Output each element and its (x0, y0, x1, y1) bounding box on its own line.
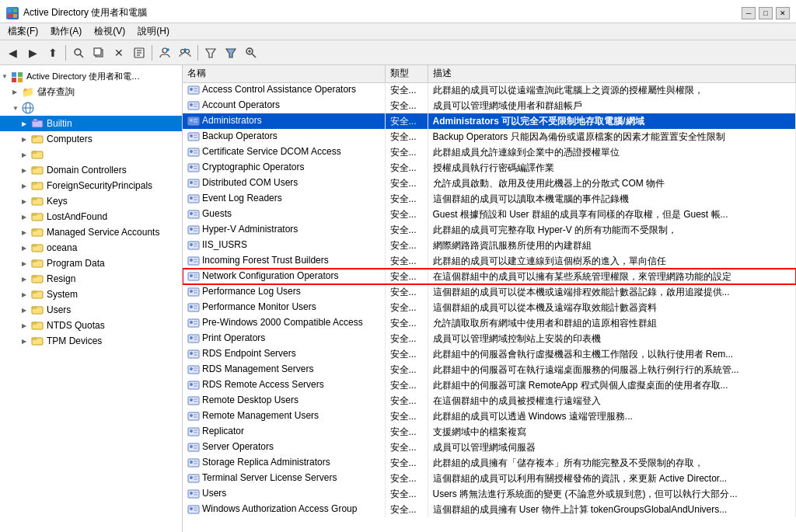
menu-action[interactable]: 動作(A) (46, 24, 86, 39)
sidebar-item-foreign[interactable]: ▶ ForeignSecurityPrincipals (0, 178, 182, 193)
cell-name-text: Replicator (202, 426, 244, 436)
table-row[interactable]: Access Control Assistance Operators安全...… (183, 82, 796, 98)
table-row[interactable]: Storage Replica Administrators安全...此群組的成… (183, 455, 796, 471)
svg-rect-70 (188, 117, 199, 125)
table-row[interactable]: Terminal Server License Servers安全...這個群組… (183, 471, 796, 486)
sidebar-item-system[interactable]: ▶ System (0, 287, 182, 302)
maximize-button[interactable]: □ (759, 7, 773, 19)
svg-rect-61 (32, 338, 37, 339)
toolbar-delete[interactable]: ✕ (110, 43, 128, 62)
svg-rect-49 (32, 245, 37, 246)
toolbar-new-group[interactable] (176, 43, 194, 62)
col-name[interactable]: 名稱 (183, 65, 385, 82)
cell-name: Cryptographic Operators (183, 160, 385, 176)
cell-name-text: Access Control Assistance Operators (202, 84, 356, 95)
svg-point-115 (190, 290, 193, 293)
sidebar-item-keys[interactable]: ▶ Keys (0, 193, 182, 209)
table-row[interactable]: Guests安全...Guest 根據預設和 User 群組的成員享有同樣的存取… (183, 207, 796, 222)
sidebar-item-builtin[interactable]: ▶ Builtin (0, 116, 182, 131)
toolbar-copy[interactable] (89, 43, 108, 62)
sidebar-item-oceana[interactable]: ▶ oceana (0, 240, 182, 256)
table-row[interactable]: Users安全...Users 將無法進行系統面的變更 (不論意外或規到意)，但… (183, 486, 796, 502)
cell-desc: 允許成員啟動、啟用及使用此機器上的分散式 COM 物件 (428, 176, 796, 191)
expand-icon: ▼ (12, 105, 22, 112)
cell-name-text: IIS_IUSRS (202, 239, 247, 250)
sidebar-item-root[interactable]: ▼ Active Directory 使用者和電腦 [dc1.di (0, 68, 182, 84)
table-row[interactable]: Distributed COM Users安全...允許成員啟動、啟用及使用此機… (183, 176, 796, 191)
toolbar-back[interactable]: ◀ (3, 43, 22, 62)
close-button[interactable]: ✕ (776, 7, 790, 19)
toolbar-properties[interactable] (130, 43, 148, 62)
toolbar-filter2[interactable] (222, 43, 240, 62)
svg-rect-59 (32, 322, 37, 324)
sidebar-item-saved-queries[interactable]: ▶ 📁 儲存查詢 (0, 84, 182, 100)
sidebar-item-computers[interactable]: ▶ Computers (0, 131, 182, 147)
toolbar-filter[interactable] (201, 43, 220, 62)
sidebar-item-resign[interactable]: ▶ Resign (0, 271, 182, 287)
table-row[interactable]: Administrators安全...Administrators 可以完全不受… (183, 113, 796, 129)
table-row[interactable]: Windows Authorization Access Group安全...這… (183, 502, 796, 517)
table-row[interactable]: Server Operators安全...成員可以管理網域伺服器 (183, 440, 796, 455)
cell-name: Print Operators (183, 331, 385, 346)
sidebar-item-lostfound[interactable]: ▶ LostAndFound (0, 209, 182, 224)
table-row[interactable]: Backup Operators安全...Backup Operators 只能… (183, 129, 796, 144)
sidebar-item-tpm[interactable]: ▶ TPM Devices (0, 333, 182, 349)
sidebar-root-label: Active Directory 使用者和電腦 [dc1.di (26, 71, 147, 82)
sidebar-item-ntds[interactable]: ▶ NTDS Quotas (0, 318, 182, 333)
svg-rect-90 (188, 195, 199, 203)
cell-name: Account Operators (183, 98, 385, 113)
toolbar-search[interactable] (69, 43, 88, 62)
cell-name-text: Performance Log Users (202, 286, 301, 297)
cell-name: Incoming Forest Trust Builders (183, 253, 385, 269)
table-row[interactable]: Performance Monitor Users安全...這個群組的成員可以從… (183, 300, 796, 315)
cell-name: Event Log Readers (183, 191, 385, 207)
svg-point-79 (190, 150, 193, 153)
table-row[interactable]: Remote Desktop Users安全...在這個群組中的成員被授權進行遠… (183, 393, 796, 409)
table-row[interactable]: Account Operators安全...成員可以管理網域使用者和群組帳戶 (183, 98, 796, 113)
table-row[interactable]: RDS Management Servers安全...此群組中的伺服器可在執行遠… (183, 362, 796, 377)
table-row[interactable]: Incoming Forest Trust Builders安全...此群組的成… (183, 253, 796, 269)
menu-view[interactable]: 檢視(V) (89, 24, 130, 39)
table-body: Access Control Assistance Operators安全...… (183, 82, 796, 517)
table-row[interactable]: Hyper-V Administrators安全...此群組的成員可完整存取 H… (183, 222, 796, 238)
sidebar-item-domain[interactable]: ▼ (0, 100, 182, 116)
menu-help[interactable]: 說明(H) (133, 24, 174, 39)
sidebar-item-blank1[interactable]: ▶ (0, 147, 182, 162)
col-desc[interactable]: 描述 (428, 65, 796, 82)
minimize-button[interactable]: ─ (742, 7, 756, 19)
toolbar-find[interactable] (242, 43, 260, 62)
table-row[interactable]: RDS Remote Access Servers安全...此群組中的伺服器可讓… (183, 377, 796, 393)
col-type[interactable]: 類型 (385, 65, 428, 82)
table-row[interactable]: RDS Endpoint Servers安全...此群組中的伺服器會執行虛擬機器… (183, 346, 796, 362)
expand-icon: ▶ (22, 307, 31, 314)
menu-file[interactable]: 檔案(F) (3, 24, 43, 39)
cell-desc: 成員可以管理網域使用者和群組帳戶 (428, 98, 796, 113)
cell-type: 安全... (385, 191, 428, 207)
svg-rect-43 (32, 198, 37, 200)
toolbar-forward[interactable]: ▶ (23, 43, 42, 62)
table-row[interactable]: Network Configuration Operators安全...在這個群… (183, 269, 796, 284)
table-row[interactable]: Print Operators安全...成員可以管理網域控制站上安裝的印表機 (183, 331, 796, 346)
table-row[interactable]: Replicator安全...支援網域中的檔案複寫 (183, 424, 796, 440)
toolbar-up[interactable]: ⬆ (44, 43, 62, 62)
folder-icon (31, 133, 44, 145)
table-row[interactable]: Cryptographic Operators安全...授權成員執行行密碼編譯作… (183, 160, 796, 176)
svg-point-107 (190, 259, 193, 262)
table-header-row: 名稱 類型 描述 (183, 65, 796, 82)
sidebar-item-domain-controllers[interactable]: ▶ Domain Controllers (0, 162, 182, 178)
sidebar-item-managed[interactable]: ▶ Managed Service Accounts (0, 224, 182, 240)
svg-rect-114 (188, 288, 199, 296)
table-row[interactable]: Certificate Service DCOM Access安全...此群組成… (183, 144, 796, 160)
table-row[interactable]: IIS_IUSRS安全...網際網路路資訊服務所使用的內建群組 (183, 238, 796, 253)
cell-desc: 在這個群組中的成員被授權進行遠端登入 (428, 393, 796, 409)
svg-rect-37 (32, 151, 37, 153)
cell-type: 安全... (385, 160, 428, 176)
sidebar-item-users[interactable]: ▶ Users (0, 302, 182, 318)
toolbar-new-user[interactable] (155, 43, 174, 62)
table-row[interactable]: Event Log Readers安全...這個群組的成員可以讀取本機電腦的事件… (183, 191, 796, 207)
table-row[interactable]: Performance Log Users安全...這個群組的成員可以從本機或遠… (183, 284, 796, 300)
table-row[interactable]: Remote Management Users安全...此群組的成員可以透過 W… (183, 409, 796, 424)
sidebar-program-data-label: Program Data (47, 258, 105, 269)
sidebar-item-program-data[interactable]: ▶ Program Data (0, 256, 182, 271)
table-row[interactable]: Pre-Windows 2000 Compatible Access安全...允… (183, 315, 796, 331)
